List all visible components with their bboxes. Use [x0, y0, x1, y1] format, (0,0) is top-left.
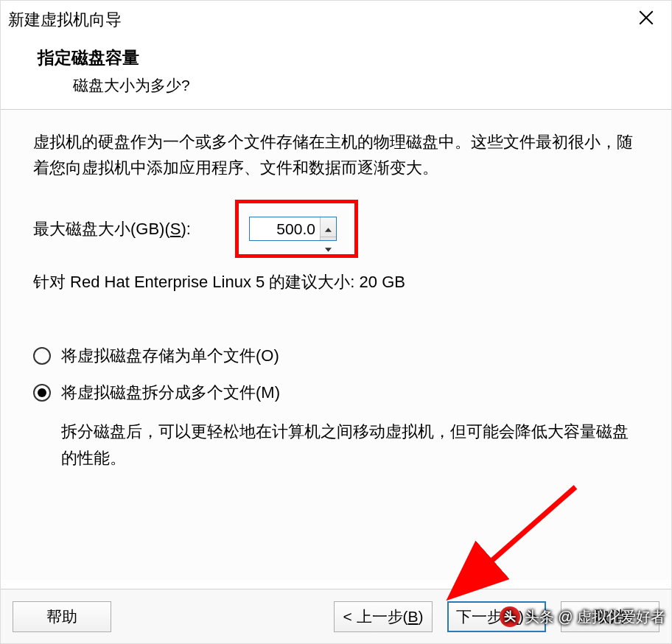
watermark-text: 头条 @ 虚拟化爱好者 — [525, 607, 665, 627]
option-single-label: 将虚拟磁盘存储为单个文件(O) — [61, 345, 279, 367]
wizard-header: 指定磁盘容量 磁盘大小为多少? — [1, 39, 671, 109]
chevron-up-icon — [325, 217, 332, 237]
chevron-down-icon — [325, 237, 332, 256]
disk-size-label: 最大磁盘大小(GB)(S): — [33, 218, 191, 240]
disk-size-input[interactable] — [250, 217, 320, 240]
spinner-up[interactable] — [321, 217, 336, 237]
page-heading: 指定磁盘容量 — [38, 46, 671, 69]
help-button[interactable]: 帮助 — [13, 601, 111, 632]
spinner-down[interactable] — [321, 237, 336, 256]
titlebar: 新建虚拟机向导 — [1, 1, 671, 39]
window-title: 新建虚拟机向导 — [8, 9, 629, 31]
spinner-buttons — [320, 217, 336, 240]
highlight-annotation — [235, 200, 358, 258]
page-subheading: 磁盘大小为多少? — [38, 75, 671, 96]
back-button[interactable]: < 上一步(B) — [334, 601, 433, 632]
watermark: 头 头条 @ 虚拟化爱好者 — [500, 606, 665, 627]
radio-icon — [33, 384, 51, 402]
svg-marker-2 — [325, 228, 332, 232]
close-icon — [639, 10, 654, 29]
svg-marker-3 — [325, 248, 332, 252]
close-button[interactable] — [629, 2, 664, 38]
recommended-size: 针对 Red Hat Enterprise Linux 5 的建议大小: 20 … — [33, 271, 639, 293]
disk-size-spinner[interactable] — [249, 217, 337, 241]
watermark-logo-icon: 头 — [500, 606, 520, 627]
radio-icon — [33, 347, 51, 365]
option-split-label: 将虚拟磁盘拆分成多个文件(M) — [61, 382, 280, 404]
disk-storage-options: 将虚拟磁盘存储为单个文件(O) 将虚拟磁盘拆分成多个文件(M) 拆分磁盘后，可以… — [33, 345, 639, 470]
option-split-description: 拆分磁盘后，可以更轻松地在计算机之间移动虚拟机，但可能会降低大容量磁盘的性能。 — [33, 419, 639, 470]
option-single-file[interactable]: 将虚拟磁盘存储为单个文件(O) — [33, 345, 639, 367]
wizard-window: 新建虚拟机向导 指定磁盘容量 磁盘大小为多少? 虚拟机的硬盘作为一个或多个文件存… — [0, 0, 672, 644]
disk-description: 虚拟机的硬盘作为一个或多个文件存储在主机的物理磁盘中。这些文件最初很小，随着您向… — [33, 129, 639, 181]
content-area: 虚拟机的硬盘作为一个或多个文件存储在主机的物理磁盘中。这些文件最初很小，随着您向… — [1, 110, 671, 580]
disk-size-row: 最大磁盘大小(GB)(S): — [33, 200, 639, 258]
option-split-files[interactable]: 将虚拟磁盘拆分成多个文件(M) — [33, 382, 639, 404]
